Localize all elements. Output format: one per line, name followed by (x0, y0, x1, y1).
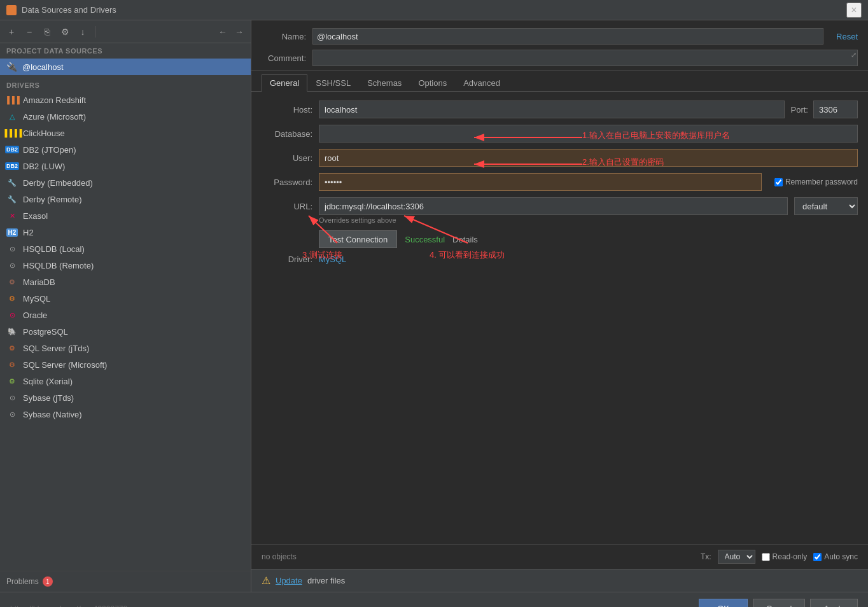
problems-count: 1 (43, 576, 53, 587)
remember-password-label: Remember password (774, 178, 858, 186)
host-input[interactable] (319, 101, 785, 118)
datasource-icon: 🔌 (6, 62, 17, 72)
auto-sync-group: Auto sync (813, 552, 858, 561)
driver-label: H2 (23, 228, 34, 237)
driver-list: ▐▐▐ Amazon Redshift △ Azure (Microsoft) … (0, 92, 251, 571)
driver-item-exasol[interactable]: ✕ Exasol (0, 207, 251, 224)
user-label: User: (262, 153, 312, 163)
driver-label: MariaDB (23, 277, 55, 287)
driver-label: MySQL (23, 294, 50, 304)
driver-item-azure[interactable]: △ Azure (Microsoft) (0, 108, 251, 125)
driver-item-derby-embedded[interactable]: 🔧 Derby (Embedded) (0, 174, 251, 191)
driver-item-sybase-native[interactable]: ⊙ Sybase (Native) (0, 406, 251, 422)
close-button[interactable]: × (846, 3, 862, 18)
driver-item-derby-remote[interactable]: 🔧 Derby (Remote) (0, 191, 251, 207)
settings-button[interactable]: ⚙ (57, 24, 73, 39)
url-row: URL: default (262, 197, 858, 215)
test-connection-row: Test Connection Successful Details (319, 230, 858, 248)
tx-select[interactable]: Auto (718, 550, 755, 564)
host-row: Host: Port: (262, 101, 858, 118)
derby-remote-icon: 🔧 (6, 193, 18, 205)
cancel-button[interactable]: Cancel (753, 599, 805, 608)
password-label: Password: (262, 178, 312, 187)
datasource-item-localhost[interactable]: 🔌 @localhost (0, 59, 251, 75)
read-only-label: Read-only (773, 552, 808, 561)
user-input[interactable] (319, 149, 858, 167)
driver-label: SQL Server (jTds) (23, 344, 89, 353)
reset-button[interactable]: Reset (836, 32, 858, 41)
driver-item-db2-luw[interactable]: DB2 DB2 (LUW) (0, 158, 251, 174)
driver-item-oracle[interactable]: ⊙ Oracle (0, 307, 251, 323)
host-label: Host: (262, 105, 312, 115)
driver-item-redshift[interactable]: ▐▐▐ Amazon Redshift (0, 92, 251, 108)
toolbar-separator (95, 26, 95, 38)
auto-sync-checkbox[interactable] (813, 553, 822, 561)
driver-item-clickhouse[interactable]: ▐▐▐▐ ClickHouse (0, 125, 251, 141)
derby-embedded-icon: 🔧 (6, 177, 18, 188)
driver-item-mariadb[interactable]: ⚙ MariaDB (0, 274, 251, 290)
tab-general[interactable]: General (262, 74, 307, 92)
update-banner: ⚠ Update driver files (251, 569, 868, 592)
tab-advanced[interactable]: Advanced (455, 74, 508, 91)
update-link[interactable]: Update (276, 576, 302, 585)
remove-button[interactable]: − (22, 24, 37, 39)
test-connection-button[interactable]: Test Connection (319, 230, 397, 248)
tab-options[interactable]: Options (410, 74, 455, 91)
expand-icon[interactable]: ⤢ (851, 51, 857, 59)
ok-button[interactable]: OK (699, 599, 748, 608)
driver-item-mysql[interactable]: ⚙ MySQL (0, 290, 251, 307)
tab-ssh-ssl[interactable]: SSH/SSL (307, 74, 359, 91)
driver-item-sqlserver-microsoft[interactable]: ⚙ SQL Server (Microsoft) (0, 356, 251, 373)
datasource-label: @localhost (22, 62, 64, 72)
name-input[interactable] (312, 28, 823, 45)
driver-label: Oracle (23, 310, 47, 320)
driver-files-text: driver files (307, 576, 345, 585)
url-input[interactable] (319, 197, 788, 215)
form-content: Host: Port: Database: User: (251, 92, 868, 544)
driver-link[interactable]: MySQL (319, 255, 346, 264)
nav-forward-button[interactable]: → (232, 24, 247, 39)
oracle-icon: ⊙ (6, 309, 18, 321)
read-only-checkbox[interactable] (762, 553, 770, 561)
right-content-wrapper: Name: Reset Comment: ⤢ General SSH/SSL S… (251, 20, 868, 592)
password-input[interactable] (319, 173, 762, 191)
nav-back-button[interactable]: ← (215, 24, 230, 39)
url-scheme-select[interactable]: default (794, 197, 858, 215)
tab-schemas[interactable]: Schemas (359, 74, 410, 91)
driver-label: Sybase (Native) (23, 410, 81, 419)
details-link[interactable]: Details (452, 235, 478, 244)
database-input[interactable] (319, 125, 858, 143)
driver-item-postgresql[interactable]: 🐘 PostgreSQL (0, 323, 251, 340)
port-input[interactable] (813, 101, 858, 118)
apply-button[interactable]: Apply (810, 599, 858, 608)
footer-bar: https://blog.csdn.net/qq_43298772 OK Can… (0, 592, 868, 607)
driver-label: HSQLDB (Remote) (23, 261, 94, 270)
right-panel: Name: Reset Comment: ⤢ General SSH/SSL S… (251, 20, 868, 592)
no-objects-text: no objects (262, 552, 297, 561)
auto-sync-label: Auto sync (824, 552, 858, 561)
comment-input[interactable] (312, 50, 858, 66)
h2-icon: H2 (6, 227, 18, 238)
left-panel: + − ⎘ ⚙ ↓ ← → Project Data Sources 🔌 @lo… (0, 20, 251, 592)
remember-password-checkbox[interactable] (774, 178, 783, 186)
left-toolbar: + − ⎘ ⚙ ↓ ← → (0, 20, 251, 43)
copy-button[interactable]: ⎘ (39, 24, 55, 39)
driver-item-sqlite[interactable]: ⚙ Sqlite (Xerial) (0, 373, 251, 389)
name-label: Name: (262, 32, 306, 41)
driver-item-h2[interactable]: H2 H2 (0, 224, 251, 241)
driver-item-sybase-jtds[interactable]: ⊙ Sybase (jTds) (0, 389, 251, 406)
hsqldb-remote-icon: ⊙ (6, 260, 18, 271)
driver-item-db2-jtopen[interactable]: DB2 DB2 (JTOpen) (0, 141, 251, 158)
hsqldb-local-icon: ⊙ (6, 243, 18, 255)
driver-item-hsqldb-local[interactable]: ⊙ HSQLDB (Local) (0, 241, 251, 257)
nav-buttons: ← → (215, 24, 247, 39)
import-button[interactable]: ↓ (75, 24, 90, 39)
exasol-icon: ✕ (6, 210, 18, 221)
driver-item-hsqldb-remote[interactable]: ⊙ HSQLDB (Remote) (0, 257, 251, 274)
add-button[interactable]: + (4, 24, 19, 39)
footer-url: https://blog.csdn.net/qq_43298772 (10, 604, 694, 608)
db2-luw-icon: DB2 (6, 160, 18, 172)
sqlserver-jtds-icon: ⚙ (6, 342, 18, 354)
driver-label: DB2 (LUW) (23, 162, 65, 171)
driver-item-sqlserver-jtds[interactable]: ⚙ SQL Server (jTds) (0, 340, 251, 356)
